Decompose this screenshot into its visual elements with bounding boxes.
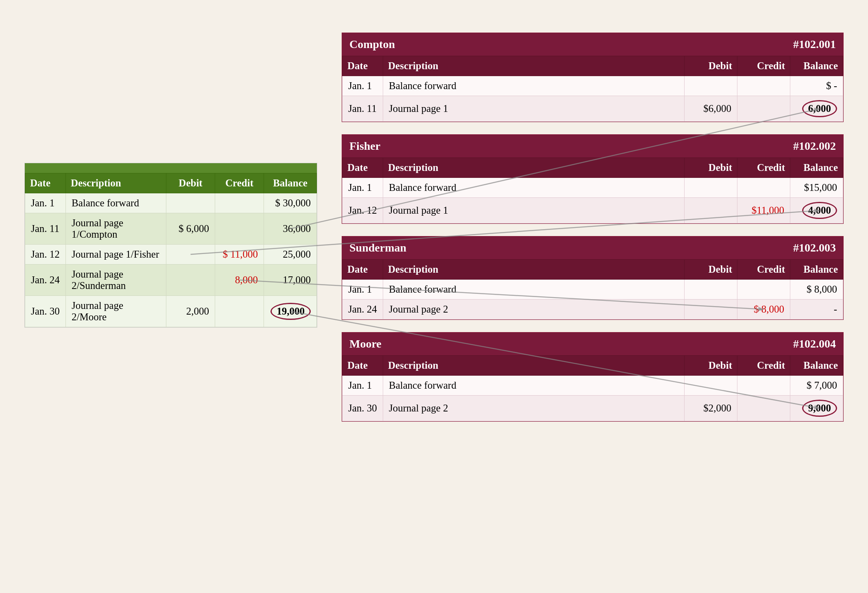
- sub-row: Jan. 11 Journal page 1 $6,000 6,000: [342, 96, 843, 122]
- sub-row-desc: Balance forward: [383, 178, 685, 198]
- row-credit: [215, 296, 264, 327]
- row-balance: 25,000: [264, 245, 317, 265]
- row-debit: 2,000: [166, 296, 215, 327]
- sub-row-credit: [737, 280, 790, 300]
- sub-row-date: Jan. 11: [342, 96, 383, 122]
- compton-col-headers: Date Description Debit Credit Balance: [342, 56, 843, 76]
- compton-ledger: Compton #102.001 Date Description Debit …: [342, 33, 844, 122]
- sub-row-desc: Balance forward: [383, 280, 685, 300]
- compton-header-debit: Debit: [685, 56, 737, 76]
- row-credit: [215, 193, 264, 213]
- sub-row-credit: [737, 96, 790, 122]
- sub-row-debit: $6,000: [685, 96, 737, 122]
- row-balance: 36,000: [264, 213, 317, 245]
- fisher-table: Date Description Debit Credit Balance Ja…: [342, 158, 843, 223]
- control-header-date: Date: [25, 173, 66, 193]
- sub-row: Jan. 1 Balance forward $15,000: [342, 178, 843, 198]
- row-credit: $ 11,000: [215, 245, 264, 265]
- moore-table: Date Description Debit Credit Balance Ja…: [342, 355, 843, 421]
- control-row: Jan. 12 Journal page 1/Fisher $ 11,000 2…: [25, 245, 317, 265]
- moore-header-date: Date: [342, 356, 383, 376]
- sunderman-table: Date Description Debit Credit Balance Ja…: [342, 259, 843, 319]
- moore-ledger: Moore #102.004 Date Description Debit Cr…: [342, 332, 844, 422]
- control-header-debit: Debit: [166, 173, 215, 193]
- row-desc: Journal page 2/Sunderman: [66, 265, 166, 296]
- sub-row-date: Jan. 12: [342, 198, 383, 223]
- credit-value-red: 8,000: [235, 274, 258, 285]
- moore-col-headers: Date Description Debit Credit Balance: [342, 356, 843, 376]
- fisher-header-debit: Debit: [685, 158, 737, 178]
- compton-name: Compton: [349, 38, 395, 51]
- moore-number: #102.004: [793, 337, 836, 350]
- row-desc: Journal page 1/Compton: [66, 213, 166, 245]
- row-date: Jan. 30: [25, 296, 66, 327]
- left-column: Date Description Debit Credit Balance Ja…: [24, 163, 317, 328]
- page-titles: [0, 0, 868, 24]
- sunderman-ledger: Sunderman #102.003 Date Description Debi…: [342, 236, 844, 320]
- compton-header-balance: Balance: [790, 56, 843, 76]
- row-credit: 8,000: [215, 265, 264, 296]
- compton-number: #102.001: [793, 38, 836, 51]
- sub-row-balance: 9,000: [790, 396, 843, 421]
- sub-row-desc: Journal page 1: [383, 96, 685, 122]
- sub-row-debit: [685, 178, 737, 198]
- row-date: Jan. 1: [25, 193, 66, 213]
- sub-row-desc: Journal page 2: [383, 396, 685, 421]
- sub-row: Jan. 12 Journal page 1 $11,000 4,000: [342, 198, 843, 223]
- right-column: Compton #102.001 Date Description Debit …: [342, 33, 844, 422]
- sub-row-balance: $ 8,000: [790, 280, 843, 300]
- sunderman-col-headers: Date Description Debit Credit Balance: [342, 260, 843, 280]
- sub-row-date: Jan. 24: [342, 300, 383, 319]
- row-debit: [166, 265, 215, 296]
- sub-row-date: Jan. 1: [342, 178, 383, 198]
- row-debit: [166, 193, 215, 213]
- sub-row: Jan. 1 Balance forward $ -: [342, 76, 843, 96]
- row-desc: Journal page 2/Moore: [66, 296, 166, 327]
- compton-header-desc: Description: [383, 56, 685, 76]
- moore-header-balance: Balance: [790, 356, 843, 376]
- control-header-balance: Balance: [264, 173, 317, 193]
- sunderman-header: Sunderman #102.003: [342, 236, 843, 259]
- fisher-name: Fisher: [349, 140, 380, 153]
- compton-table: Date Description Debit Credit Balance Ja…: [342, 56, 843, 122]
- moore-header: Moore #102.004: [342, 333, 843, 355]
- compton-header-credit: Credit: [737, 56, 790, 76]
- sunderman-header-debit: Debit: [685, 260, 737, 280]
- moore-header-debit: Debit: [685, 356, 737, 376]
- control-row: Jan. 1 Balance forward $ 30,000: [25, 193, 317, 213]
- row-desc: Journal page 1/Fisher: [66, 245, 166, 265]
- fisher-header-desc: Description: [383, 158, 685, 178]
- sunderman-header-balance: Balance: [790, 260, 843, 280]
- sub-row-debit: [685, 280, 737, 300]
- sub-row-balance: $ -: [790, 76, 843, 96]
- row-balance: $ 30,000: [264, 193, 317, 213]
- row-debit: $ 6,000: [166, 213, 215, 245]
- sub-balance-circle: 6,000: [802, 100, 837, 117]
- balance-circle: 19,000: [270, 303, 311, 320]
- sunderman-number: #102.003: [793, 241, 836, 254]
- fisher-number: #102.002: [793, 140, 836, 153]
- sub-row-debit: $2,000: [685, 396, 737, 421]
- sub-row-desc: Balance forward: [383, 76, 685, 96]
- moore-table-body: Jan. 1 Balance forward $ 7,000 Jan. 30 J…: [342, 376, 843, 421]
- row-balance: 17,000: [264, 265, 317, 296]
- sub-credit-red: $11,000: [752, 205, 784, 216]
- sub-row-debit: [685, 76, 737, 96]
- control-row: Jan. 11 Journal page 1/Compton $ 6,000 3…: [25, 213, 317, 245]
- sunderman-header-credit: Credit: [737, 260, 790, 280]
- compton-table-body: Jan. 1 Balance forward $ - Jan. 11 Journ…: [342, 76, 843, 122]
- row-date: Jan. 24: [25, 265, 66, 296]
- sub-credit-red: $ 8,000: [754, 304, 784, 315]
- sub-row-date: Jan. 1: [342, 376, 383, 396]
- control-ledger-header: [25, 163, 317, 173]
- sub-row-desc: Journal page 2: [383, 300, 685, 319]
- sunderman-name: Sunderman: [349, 241, 406, 254]
- sub-row-date: Jan. 1: [342, 76, 383, 96]
- sub-row-balance: 4,000: [790, 198, 843, 223]
- sunderman-table-body: Jan. 1 Balance forward $ 8,000 Jan. 24 J…: [342, 280, 843, 319]
- sub-row: Jan. 24 Journal page 2 $ 8,000 -: [342, 300, 843, 319]
- fisher-header-credit: Credit: [737, 158, 790, 178]
- control-col-headers: Date Description Debit Credit Balance: [25, 173, 317, 193]
- sub-row-date: Jan. 1: [342, 280, 383, 300]
- control-header-desc: Description: [66, 173, 166, 193]
